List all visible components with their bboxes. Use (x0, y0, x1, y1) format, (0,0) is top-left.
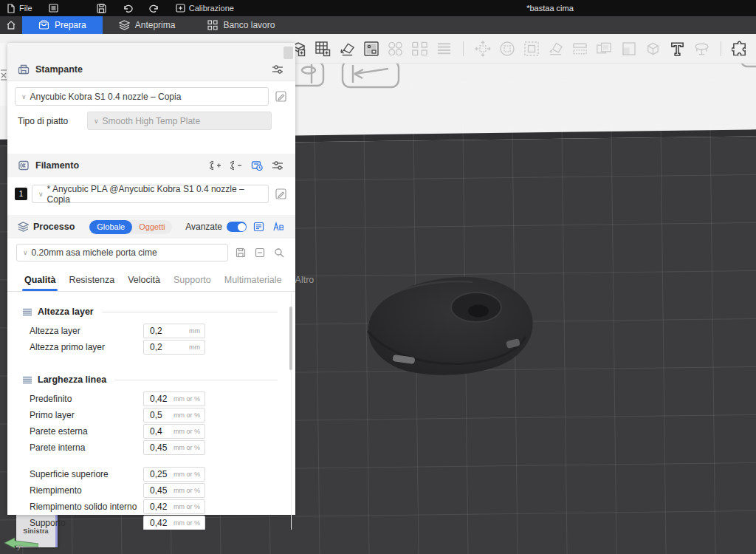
process-scope-toggle[interactable]: Globale Oggetti (89, 220, 171, 234)
setting-input[interactable]: 0,2 mm (143, 324, 205, 338)
setting-unit: mm (189, 327, 200, 335)
calibration-button[interactable]: Calibrazione (169, 0, 241, 16)
setting-input[interactable]: 0,42 mm or % (143, 516, 205, 530)
setting-value: 0,4 (150, 426, 173, 437)
settings-tab[interactable]: Altro (289, 275, 321, 291)
plate-type-select[interactable]: ∨ Smooth High Temp Plate (87, 112, 272, 130)
setting-input[interactable]: 0,45 mm or % (143, 483, 205, 498)
sync-filament-button[interactable] (250, 158, 264, 173)
notes-button[interactable] (42, 0, 65, 16)
ab-parameters-button[interactable] (270, 219, 285, 234)
edit-pencil-icon (275, 91, 286, 102)
setting-unit: mm or % (173, 395, 200, 403)
search-params-button[interactable] (272, 245, 286, 260)
split-to-parts-icon[interactable] (596, 40, 613, 57)
printer-preset-select[interactable]: ∨ Anycubic Kobra S1 0.4 nozzle – Copia (15, 87, 269, 106)
tab-banco-lavoro[interactable]: Banco lavoro (191, 16, 291, 34)
printer-section-title: Stampante (35, 64, 83, 75)
move-icon[interactable] (474, 40, 491, 57)
filament-section-title: Filamento (35, 160, 79, 171)
setting-input[interactable]: 0,25 mm or % (143, 467, 205, 482)
process-section-title: Processo (33, 222, 75, 232)
place-on-face-icon[interactable] (547, 40, 564, 57)
puzzle-icon[interactable] (732, 40, 749, 57)
printer-edit-button[interactable] (273, 89, 288, 104)
assembly-view-icon[interactable] (645, 40, 662, 57)
tab-anteprima[interactable]: Anteprima (103, 16, 192, 34)
add-text-icon[interactable] (669, 40, 686, 57)
advanced-toggle[interactable] (227, 222, 247, 232)
settings-scrollbar-thumb[interactable] (289, 307, 292, 370)
setting-input[interactable]: 0,42 mm or % (143, 391, 205, 406)
scale-icon[interactable] (523, 40, 540, 57)
setting-label: Supporto (22, 518, 143, 528)
clone-icon[interactable] (387, 40, 404, 57)
filament-slot-badge[interactable]: 1 (15, 188, 27, 200)
save-button[interactable] (90, 0, 113, 16)
layout-settings-icon[interactable] (362, 40, 379, 57)
panel-scrollbar-thumb[interactable] (284, 47, 293, 59)
redo-button[interactable] (142, 0, 166, 16)
settings-scroll-area[interactable]: Altezza layer Altezza layer 0,2 mm Altez… (7, 292, 295, 530)
setting-label: Primo layer (22, 410, 143, 420)
calibration-icon (176, 4, 185, 13)
document-title: *bastaa cima (526, 0, 574, 16)
filament-preset-select[interactable]: ∨ * Anycubic PLA @Anycubic Kobra S1 0.4 … (32, 185, 269, 203)
save-icon (97, 4, 106, 13)
remove-filament-button[interactable] (229, 158, 244, 173)
settings-tab[interactable]: Multimateriale (218, 275, 289, 291)
process-preset-select[interactable]: ∨ 0.20mm asa michele porta cime (16, 244, 228, 261)
tab-banco-lavoro-label: Banco lavoro (223, 20, 275, 30)
settings-tab[interactable]: Velocità (121, 275, 167, 291)
setting-value: 0,5 (150, 410, 173, 420)
fill-color-icon[interactable] (620, 40, 637, 57)
settings-row: Primo layer 0,5 mm or % (22, 407, 278, 423)
panel-collapse-handle[interactable] (0, 43, 7, 106)
save-preset-button[interactable] (233, 245, 248, 260)
settings-tab[interactable]: Resistenza (62, 275, 121, 291)
printer-section-header: Stampante (7, 43, 295, 81)
setting-input[interactable]: 0,5 mm or % (143, 408, 205, 423)
group-title: Altezza layer (38, 307, 94, 317)
setting-input[interactable]: 0,2 mm (143, 340, 205, 355)
home-button[interactable] (0, 16, 22, 34)
compare-presets-button[interactable] (251, 219, 266, 234)
settings-tab[interactable]: Qualità (18, 275, 62, 291)
undo-button[interactable] (116, 0, 140, 16)
split-to-plates-icon[interactable] (411, 40, 428, 57)
rotate-icon[interactable] (498, 40, 515, 57)
setting-input[interactable]: 0,42 mm or % (143, 499, 205, 514)
cut-icon[interactable] (571, 40, 588, 57)
delete-preset-button[interactable] (252, 245, 267, 260)
filament-settings-button[interactable] (270, 158, 285, 173)
setting-value: 0,45 (150, 442, 173, 453)
group-layers-icon (22, 375, 32, 385)
compare-list-icon (253, 222, 264, 232)
prepare-box-icon (38, 20, 49, 30)
paint-seam-icon[interactable] (693, 40, 710, 57)
auto-orient-icon[interactable] (338, 40, 355, 57)
plate-pin-icon[interactable] (295, 64, 328, 87)
setting-input[interactable]: 0,4 mm or % (143, 424, 205, 439)
setting-unit: mm (189, 343, 200, 351)
settings-tab[interactable]: Supporto (167, 275, 218, 291)
setting-input[interactable]: 0,45 mm or % (143, 440, 205, 455)
add-filament-button[interactable] (208, 158, 223, 173)
plate-arrange-arrow-icon[interactable] (341, 64, 400, 89)
search-icon (274, 247, 284, 258)
scope-global-segment[interactable]: Globale (89, 220, 132, 234)
model-object[interactable] (354, 269, 546, 381)
file-menu[interactable]: File (0, 0, 39, 16)
app-window: Sinistra y File Calibrazione *bastaa cim… (0, 0, 756, 554)
layers-list-icon[interactable] (436, 40, 453, 57)
process-icon (18, 222, 29, 232)
printer-settings-button[interactable] (270, 62, 285, 77)
arrange-all-icon[interactable] (314, 40, 331, 57)
filament-edit-button[interactable] (273, 187, 288, 202)
setting-label: Riempimento solido interno (22, 502, 143, 512)
scope-objects-segment[interactable]: Oggetti (132, 222, 171, 231)
process-section-header: Processo Globale Oggetti Avanzate (7, 215, 295, 239)
tab-prepara[interactable]: Prepara (22, 16, 103, 34)
view-tab-bar: Prepara Anteprima Banco lavoro (0, 16, 756, 34)
plate-type-value: Smooth High Temp Plate (103, 116, 201, 126)
